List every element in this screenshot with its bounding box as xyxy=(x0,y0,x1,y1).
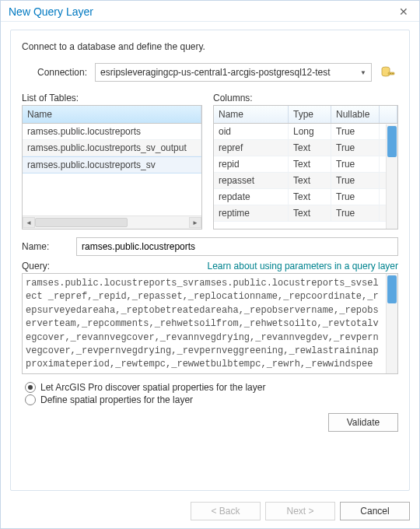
connection-value: esripsleveragingcp-us-central1-arcgis-po… xyxy=(100,67,330,78)
back-button: < Back xyxy=(191,502,261,520)
column-cell: True xyxy=(331,140,380,156)
column-cell: Long xyxy=(289,124,331,139)
table-row[interactable]: ramses.public.locustreports xyxy=(23,124,201,140)
column-cell: True xyxy=(331,173,380,188)
columns-vertical-scrollbar[interactable] xyxy=(386,124,397,229)
connection-label: Connection: xyxy=(37,67,87,78)
column-cell: reptime xyxy=(214,205,289,221)
column-row[interactable]: repassetTextTrue xyxy=(214,173,397,189)
next-button: Next > xyxy=(265,502,335,520)
table-cell: ramses.public.locustreports xyxy=(23,124,201,139)
learn-parameters-link[interactable]: Learn about using parameters in a query … xyxy=(208,261,398,272)
tables-header-name[interactable]: Name xyxy=(23,106,201,123)
radio-discover-spatial[interactable]: Let ArcGIS Pro discover spatial properti… xyxy=(25,382,398,393)
column-row[interactable]: oidLongTrue xyxy=(214,124,397,140)
column-cell: Text xyxy=(289,173,331,188)
column-cell: repref xyxy=(214,140,289,156)
database-connection-icon[interactable] xyxy=(380,65,395,80)
column-row[interactable]: repidTextTrue xyxy=(214,156,397,173)
column-cell: True xyxy=(331,156,380,172)
columns-label: Columns: xyxy=(213,93,398,103)
svg-rect-1 xyxy=(388,72,394,75)
columns-header-nullable[interactable]: Nullable xyxy=(331,106,380,123)
titlebar: New Query Layer ✕ xyxy=(1,1,419,22)
layer-name-input[interactable] xyxy=(76,237,398,256)
close-icon[interactable]: ✕ xyxy=(396,5,411,18)
dialog-footer: < Back Next > Cancel xyxy=(1,496,419,528)
query-label: Query: xyxy=(22,261,50,272)
columns-header-name[interactable]: Name xyxy=(214,106,289,123)
cancel-button[interactable]: Cancel xyxy=(340,502,410,520)
column-cell: True xyxy=(331,205,380,221)
column-row[interactable]: reprefTextTrue xyxy=(214,140,397,156)
columns-grid[interactable]: Name Type Nullable oidLongTruereprefText… xyxy=(213,105,398,229)
svg-point-2 xyxy=(390,73,390,74)
column-cell: Text xyxy=(289,205,331,221)
column-cell: oid xyxy=(214,124,289,139)
table-cell: ramses.public.locustreports_sv_output xyxy=(23,140,201,156)
column-cell: Text xyxy=(289,189,331,205)
column-cell: True xyxy=(331,189,380,205)
table-cell: ramses.public.locustreports_sv xyxy=(23,157,201,173)
query-vertical-scrollbar[interactable] xyxy=(386,274,397,373)
new-query-layer-dialog: New Query Layer ✕ Connect to a database … xyxy=(0,0,420,529)
columns-header-type[interactable]: Type xyxy=(289,106,331,123)
tables-horizontal-scrollbar[interactable]: ◄ ► xyxy=(23,215,201,229)
dialog-title: New Query Layer xyxy=(9,5,93,18)
column-cell: Text xyxy=(289,140,331,156)
column-row[interactable]: repdateTextTrue xyxy=(214,189,397,205)
table-row[interactable]: ramses.public.locustreports_sv xyxy=(23,156,201,173)
name-label: Name: xyxy=(22,241,68,252)
connection-dropdown[interactable]: esripsleveragingcp-us-central1-arcgis-po… xyxy=(95,63,372,82)
column-cell: repid xyxy=(214,156,289,172)
tables-grid[interactable]: Name ramses.public.locustreportsramses.p… xyxy=(22,105,202,229)
query-textarea[interactable]: ramses.public.locustreports_svramses.pub… xyxy=(22,273,398,374)
column-cell: repasset xyxy=(214,173,289,188)
column-cell: Text xyxy=(289,156,331,172)
validate-button[interactable]: Validate xyxy=(328,413,398,432)
column-cell: repdate xyxy=(214,189,289,205)
radio-discover-label: Let ArcGIS Pro discover spatial properti… xyxy=(40,382,265,393)
tables-label: List of Tables: xyxy=(22,93,202,103)
instruction-text: Connect to a database and define the que… xyxy=(22,41,398,52)
svg-point-3 xyxy=(392,73,393,74)
spatial-properties-radio-group: Let ArcGIS Pro discover spatial properti… xyxy=(22,382,398,407)
table-row[interactable]: ramses.public.locustreports_sv_output xyxy=(23,140,201,156)
chevron-down-icon: ▼ xyxy=(360,69,366,76)
column-row[interactable]: reptimeTextTrue xyxy=(214,205,397,222)
radio-define-spatial[interactable]: Define spatial properties for the layer xyxy=(25,394,398,405)
radio-define-label: Define spatial properties for the layer xyxy=(40,394,193,405)
column-cell: True xyxy=(331,124,380,139)
